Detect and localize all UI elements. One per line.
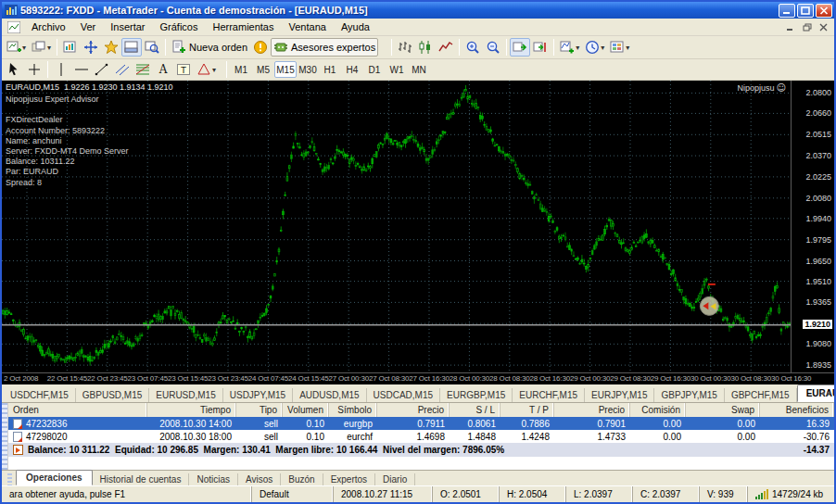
strategy-tester-button[interactable]: [142, 38, 162, 57]
navigator-button[interactable]: [101, 38, 121, 57]
tab-eurjpy[interactable]: EURJPY,M15: [585, 388, 654, 402]
menu-archivo[interactable]: Archivo: [24, 19, 73, 34]
timeframe-mn-button[interactable]: MN: [408, 61, 430, 78]
child-restore-button[interactable]: [799, 20, 815, 33]
col-volumen[interactable]: Volumen: [283, 403, 329, 417]
tab-gbpusd[interactable]: GBPUSD,M15: [76, 388, 149, 402]
vertical-line-button[interactable]: [51, 60, 71, 79]
order-row[interactable]: 47298020 2008.10.30 18:00 sell 0.10 eurc…: [8, 430, 834, 443]
maximize-button[interactable]: [797, 4, 814, 18]
menu-herramientas[interactable]: Herramientas: [205, 19, 281, 34]
tab-gbpchf[interactable]: GBPCHF,M15: [725, 388, 797, 402]
tab-operaciones[interactable]: Operaciones: [16, 470, 93, 485]
horizontal-line-button[interactable]: [71, 60, 92, 79]
new-chart-button[interactable]: ▾: [4, 38, 29, 57]
timeframe-h1-button[interactable]: H1: [319, 61, 341, 78]
tab-avisos[interactable]: Avisos: [238, 473, 281, 485]
child-minimize-button[interactable]: [782, 20, 798, 33]
timeframe-h4-button[interactable]: H4: [341, 61, 363, 78]
timeframe-w1-button[interactable]: W1: [386, 61, 408, 78]
line-chart-button[interactable]: [436, 38, 456, 57]
text-button[interactable]: A: [153, 60, 173, 79]
tab-gbpjpy[interactable]: GBPJPY,M15: [654, 388, 724, 402]
minimize-button[interactable]: [779, 4, 795, 18]
col-tiempo[interactable]: Tiempo: [147, 403, 236, 417]
timeframe-m15-button[interactable]: M15: [274, 61, 297, 78]
col-sl[interactable]: S / L: [450, 403, 500, 417]
tab-expertos[interactable]: Expertos: [323, 473, 375, 485]
new-order-button[interactable]: Nueva orden: [169, 38, 250, 57]
fibonacci-button[interactable]: [133, 60, 153, 79]
tab-eurgbp[interactable]: EURGBP,M15: [440, 388, 513, 402]
tab-eurusd[interactable]: EURUSD,M15: [149, 388, 222, 402]
timeframe-m30-button[interactable]: M30: [297, 61, 319, 78]
timeframe-m1-button[interactable]: M1: [230, 61, 252, 78]
price-axis: 2.08002.06602.05152.03702.02252.00801.99…: [791, 81, 834, 372]
data-window-button[interactable]: [81, 38, 101, 57]
cursor-button[interactable]: [4, 60, 24, 79]
status-volume: V: 939: [700, 486, 748, 502]
tab-usdjpy[interactable]: USDJPY,M15: [223, 388, 293, 402]
timeframe-d1-button[interactable]: D1: [363, 61, 386, 78]
arrows-button[interactable]: ▾: [194, 60, 219, 79]
time-axis-label: 27 Oct 16:30: [409, 374, 449, 383]
menu-ventana[interactable]: Ventana: [282, 19, 334, 34]
col-swap[interactable]: Swap: [686, 403, 760, 417]
indicators-button[interactable]: ▾: [557, 38, 582, 57]
trendline-button[interactable]: [92, 60, 112, 79]
tab-noticias[interactable]: Noticias: [189, 473, 238, 485]
zoom-in-button[interactable]: [462, 38, 483, 57]
tab-diario[interactable]: Diario: [375, 473, 415, 485]
tab-usdcad[interactable]: USDCAD,M15: [367, 388, 440, 402]
periods-button[interactable]: ▾: [582, 38, 607, 57]
menu-insertar[interactable]: Insertar: [103, 19, 152, 34]
col-precio[interactable]: Precio: [377, 403, 450, 417]
bar-chart-button[interactable]: [395, 38, 415, 57]
expert-advisors-icon: [273, 40, 288, 55]
col-simbolo[interactable]: Símbolo: [329, 403, 377, 417]
expert-advisors-button[interactable]: Asesores expertos: [271, 38, 378, 57]
arrows-icon: [196, 62, 211, 77]
channel-button[interactable]: [112, 60, 133, 79]
chart-shift-button[interactable]: [530, 38, 551, 57]
templates-button[interactable]: ▾: [607, 38, 632, 57]
child-close-button[interactable]: [816, 20, 831, 33]
col-comision[interactable]: Comisión: [630, 403, 686, 417]
col-beneficios[interactable]: Beneficios: [760, 403, 834, 417]
tab-scroll-left-icon[interactable]: ◂: [820, 388, 825, 397]
status-profile[interactable]: Default: [252, 486, 334, 502]
tab-eurchf[interactable]: EURCHF,M15: [513, 388, 585, 402]
profiles-icon: [32, 40, 46, 55]
col-tipo[interactable]: Tipo: [236, 403, 283, 417]
close-button[interactable]: [816, 4, 832, 18]
terminal-button[interactable]: [121, 38, 142, 57]
candlestick-chart-button[interactable]: [415, 38, 436, 57]
panel-grip[interactable]: [7, 473, 12, 485]
chart-area[interactable]: EURAUD,M15 1.9226 1.9230 1.9134 1.9210 N…: [2, 81, 834, 384]
order-row-selected[interactable]: 47232836 2008.10.30 14:00 sell 0.10 eurg…: [8, 417, 834, 430]
col-precio-actual[interactable]: Precio: [554, 403, 630, 417]
tab-scroll-right-icon[interactable]: ▸: [827, 388, 831, 397]
profiles-button[interactable]: ▾: [29, 38, 54, 57]
col-tp[interactable]: T / P: [500, 403, 554, 417]
tab-usdchf[interactable]: USDCHF,M15: [4, 388, 76, 402]
col-orden[interactable]: Orden: [8, 403, 147, 417]
tab-buzon[interactable]: Buzón: [281, 473, 323, 485]
menu-ayuda[interactable]: Ayuda: [334, 19, 377, 34]
line-chart-icon: [438, 40, 453, 55]
terminal-scrollbar[interactable]: [2, 403, 8, 470]
menu-graficos[interactable]: Gráficos: [153, 19, 206, 34]
market-watch-button[interactable]: [60, 38, 81, 57]
menu-ver[interactable]: Ver: [73, 19, 104, 34]
tab-historial[interactable]: Historial de cuentas: [93, 473, 190, 485]
auto-scroll-button[interactable]: [510, 38, 530, 57]
metaeditor-button[interactable]: [250, 38, 271, 57]
zoom-out-button[interactable]: [483, 38, 503, 57]
window-title: 5893222: FXDD - MetaTrader - Cuenta de d…: [20, 5, 777, 16]
crosshair-button[interactable]: [24, 60, 44, 79]
chart-ohlc-readout: EURAUD,M15 1.9226 1.9230 1.9134 1.9210: [6, 82, 173, 92]
tab-audusd[interactable]: AUDUSD,M15: [293, 388, 366, 402]
text-label-button[interactable]: T: [173, 60, 194, 79]
timeframe-m5-button[interactable]: M5: [252, 61, 274, 78]
balance-row[interactable]: Balance: 10 311.22 Equidad: 10 296.85 Ma…: [8, 443, 834, 457]
